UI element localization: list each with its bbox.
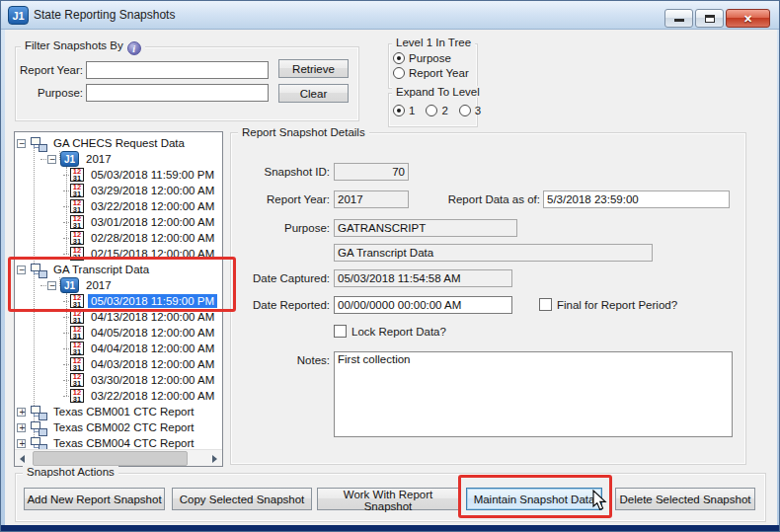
tree-item[interactable]: 05/03/2018 11:59:00 PM	[15, 293, 222, 309]
tree-item[interactable]: 04/13/2018 12:00:00 AM	[15, 309, 222, 325]
tree-expand-toggle[interactable]	[17, 408, 26, 417]
tree-item[interactable]: 03/22/2018 12:00:00 AM	[15, 388, 222, 404]
tree-item-label[interactable]: Texas CBM004 CTC Report	[50, 436, 197, 450]
expand-radio-group: 123	[393, 105, 481, 116]
lock-report-data-checkbox[interactable]	[334, 325, 347, 338]
radio-icon[interactable]	[426, 105, 437, 116]
radio-option[interactable]: 1	[393, 105, 415, 116]
tree-item[interactable]: GA CHECS Request Data	[15, 135, 222, 151]
radio-option[interactable]: 2	[426, 105, 447, 116]
scrollbar-thumb[interactable]	[33, 451, 188, 466]
tree-item[interactable]: 04/05/2018 12:00:00 AM	[15, 325, 222, 341]
tree-item-label[interactable]: Texas CBM001 CTC Report	[50, 405, 197, 418]
tree-item-label[interactable]: 02/28/2018 12:00:00 AM	[88, 231, 217, 245]
tree-item[interactable]: 03/30/2018 12:00:00 AM	[15, 372, 222, 388]
tree-item-label[interactable]: GA Transcript Data	[50, 263, 152, 276]
tree-item[interactable]: 02/28/2018 12:00:00 AM	[15, 230, 222, 246]
info-icon[interactable]: i	[127, 41, 141, 55]
notes-label: Notes:	[236, 354, 330, 366]
tree-item-label[interactable]: 03/22/2018 12:00:00 AM	[88, 389, 217, 403]
tree-horizontal-scrollbar[interactable]	[15, 449, 222, 466]
tree-item-label[interactable]: 04/05/2018 12:00:00 AM	[88, 326, 217, 340]
tree-connector	[63, 364, 69, 365]
tree-item-icon	[30, 420, 46, 435]
purpose-filter-input[interactable]	[86, 84, 269, 102]
tree-item[interactable]: Texas CBM002 CTC Report	[15, 419, 222, 435]
tree-expand-toggle[interactable]	[17, 266, 26, 274]
tree-item-label[interactable]: 03/30/2018 12:00:00 AM	[88, 373, 217, 387]
tree-item-label[interactable]: 2017	[83, 278, 115, 292]
tree-item-icon	[70, 310, 84, 324]
tree-item-icon	[30, 136, 46, 151]
notes-textarea[interactable]	[334, 351, 733, 437]
radio-icon[interactable]	[459, 105, 471, 116]
date-reported-field[interactable]	[334, 296, 512, 314]
tree-item-label[interactable]: 03/22/2018 12:00:00 AM	[88, 199, 217, 213]
radio-icon[interactable]	[393, 52, 405, 64]
tree-connector	[63, 380, 69, 381]
tree-expand-toggle[interactable]	[47, 281, 56, 290]
tree-connector	[63, 396, 69, 397]
retrieve-button[interactable]: Retrieve	[278, 59, 349, 78]
tree-item[interactable]: 2017	[15, 151, 222, 167]
tree-expand-toggle[interactable]	[17, 139, 26, 148]
tree-item-icon	[70, 247, 84, 261]
scroll-right-button[interactable]	[205, 450, 222, 467]
tree-connector	[40, 285, 46, 286]
details-group-label: Report Snapshot Details	[238, 126, 369, 138]
action-button[interactable]: Add New Report Snapshot	[24, 488, 165, 510]
tree-item-label[interactable]: 02/15/2018 12:00:00 AM	[88, 247, 217, 261]
tree-item[interactable]: 03/01/2018 12:00:00 AM	[15, 214, 222, 230]
final-for-report-period-checkbox[interactable]	[539, 298, 552, 311]
app-j1-icon: J1	[8, 6, 29, 25]
tree-expand-toggle[interactable]	[17, 423, 26, 432]
maximize-icon	[705, 15, 715, 23]
scroll-right-icon	[212, 455, 217, 463]
report-year-filter-input[interactable]	[86, 61, 269, 79]
tree-item-label[interactable]: 2017	[83, 152, 115, 166]
tree-item-label[interactable]: Texas CBM002 CTC Report	[50, 420, 197, 434]
tree-item-label[interactable]: 03/01/2018 12:00:00 AM	[88, 215, 217, 229]
snapshot-tree[interactable]: GA CHECS Request Data 2017 05/03/2018 11…	[14, 131, 223, 467]
tree-item[interactable]: 04/03/2018 12:00:00 AM	[15, 356, 222, 372]
radio-icon[interactable]	[393, 105, 405, 116]
tree-item[interactable]: 03/29/2018 12:00:00 AM	[15, 183, 222, 198]
tree-item[interactable]: 02/15/2018 12:00:00 AM	[15, 246, 222, 262]
minimize-icon	[674, 19, 684, 22]
tree-item-label[interactable]: 04/13/2018 12:00:00 AM	[88, 310, 217, 324]
filter-group-label: Filter Snapshots Byi	[21, 39, 145, 55]
close-button[interactable]: ✕	[726, 9, 770, 28]
tree-item[interactable]: Texas CBM001 CTC Report	[15, 404, 222, 419]
scroll-left-button[interactable]	[15, 450, 32, 467]
close-icon: ✕	[727, 10, 769, 27]
scroll-left-icon	[20, 455, 25, 463]
tree-item[interactable]: GA Transcript Data	[15, 262, 222, 277]
tree-item-label[interactable]: 05/03/2018 11:59:00 PM	[88, 168, 217, 182]
action-button[interactable]: Delete Selected Snapshot	[615, 488, 755, 510]
radio-icon[interactable]	[393, 67, 405, 79]
action-button[interactable]: Work With Report Snapshot	[317, 488, 459, 510]
action-button[interactable]: Copy Selected Snapshot	[172, 488, 312, 510]
radio-option-label: 3	[475, 105, 481, 116]
actions-groupbox: Add New Report SnapshotCopy Selected Sna…	[15, 473, 766, 522]
titlebar[interactable]: J1 State Reporting Snapshots ✕	[1, 1, 779, 30]
snapshot-id-label: Snapshot ID:	[236, 166, 330, 178]
tree-item[interactable]: 03/22/2018 12:00:00 AM	[15, 198, 222, 214]
tree-expand-toggle[interactable]	[47, 155, 56, 164]
action-button[interactable]: Maintain Snapshot Data	[466, 488, 602, 510]
tree-item[interactable]: 05/03/2018 11:59:00 PM	[15, 167, 222, 183]
tree-item-label[interactable]: 04/03/2018 12:00:00 AM	[88, 357, 217, 371]
tree-item[interactable]: 04/04/2018 12:00:00 AM	[15, 341, 222, 356]
radio-option[interactable]: Report Year	[393, 67, 469, 79]
radio-option[interactable]: 3	[459, 105, 481, 116]
maximize-button[interactable]	[695, 9, 724, 28]
tree-item-label[interactable]: 03/29/2018 12:00:00 AM	[88, 184, 217, 197]
tree-item-label[interactable]: 04/04/2018 12:00:00 AM	[88, 342, 217, 355]
tree-item[interactable]: 2017	[15, 277, 222, 293]
tree-expand-toggle[interactable]	[17, 439, 26, 448]
radio-option[interactable]: Purpose	[393, 52, 469, 64]
minimize-button[interactable]	[664, 9, 693, 28]
clear-button[interactable]: Clear	[278, 84, 349, 103]
tree-item-label[interactable]: GA CHECS Request Data	[50, 136, 188, 150]
tree-item-label[interactable]: 05/03/2018 11:59:00 PM	[88, 294, 217, 308]
